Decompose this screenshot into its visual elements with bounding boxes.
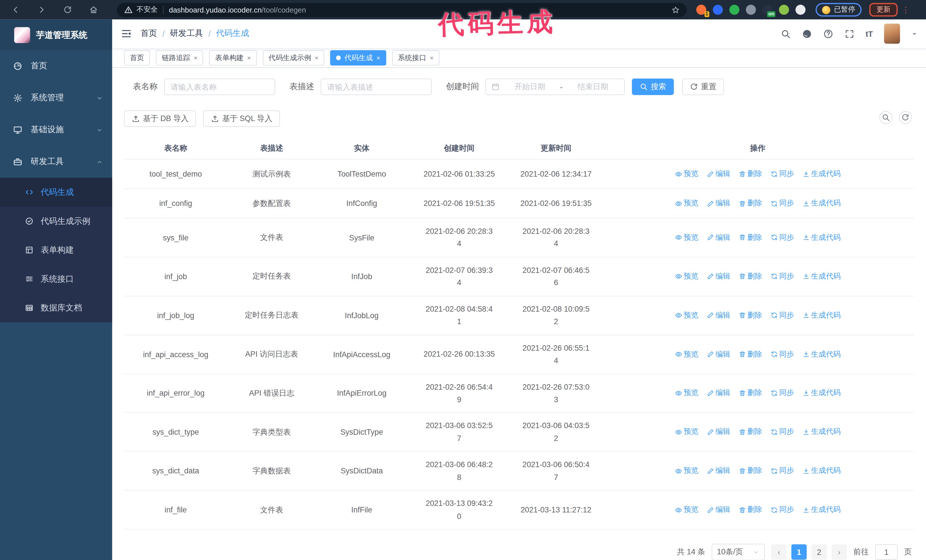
preview-link[interactable]: 预览 (675, 466, 698, 476)
generate-code-link[interactable]: 生成代码 (802, 272, 841, 281)
generate-code-link[interactable]: 生成代码 (802, 505, 841, 515)
puzzle-extension-icon[interactable] (796, 5, 805, 15)
table-desc-input[interactable] (321, 78, 432, 95)
edit-link[interactable]: 编辑 (707, 198, 730, 208)
browser-menu-icon[interactable]: ⋮ (902, 5, 909, 14)
tab-0[interactable]: 首页 (124, 50, 150, 66)
submenu-item-2[interactable]: 表单构建 (0, 235, 112, 265)
submenu-item-0[interactable]: 代码生成 (0, 178, 112, 207)
edit-link[interactable]: 编辑 (707, 427, 730, 437)
prev-page-button[interactable]: ‹ (771, 544, 787, 560)
sidebar-item-1[interactable]: 系统管理 (0, 82, 112, 114)
sync-link[interactable]: 同步 (770, 505, 794, 515)
date-range-picker[interactable]: 开始日期 - 结束日期 (486, 78, 625, 95)
edit-link[interactable]: 编辑 (707, 466, 730, 476)
browser-back-icon[interactable] (9, 4, 21, 15)
tab-4[interactable]: 代码生成× (330, 50, 386, 66)
delete-link[interactable]: 删除 (738, 272, 762, 281)
page-button-1[interactable]: 1 (791, 544, 806, 560)
preview-link[interactable]: 预览 (675, 427, 698, 437)
sync-link[interactable]: 同步 (770, 349, 794, 359)
sidebar-toggle-icon[interactable] (112, 29, 141, 39)
gem-extension-icon[interactable] (713, 5, 723, 15)
delete-link[interactable]: 删除 (738, 198, 762, 208)
delete-link[interactable]: 删除 (738, 233, 762, 243)
edit-link[interactable]: 编辑 (707, 169, 730, 179)
edit-link[interactable]: 编辑 (707, 388, 730, 398)
reset-button[interactable]: 重置 (682, 78, 724, 95)
sync-link[interactable]: 同步 (770, 169, 794, 179)
delete-link[interactable]: 删除 (738, 427, 762, 437)
generate-code-link[interactable]: 生成代码 (802, 311, 841, 320)
edit-link[interactable]: 编辑 (707, 233, 730, 243)
help-icon[interactable] (823, 29, 833, 39)
address-bar[interactable]: 不安全 dashboard.yudao.iocoder.cn/tool/code… (117, 3, 687, 17)
tab-2[interactable]: 表单构建× (209, 50, 257, 66)
sidebar-logo[interactable]: 芋道管理系统 (0, 20, 112, 50)
preview-link[interactable]: 预览 (675, 388, 698, 398)
sidebar-item-0[interactable]: 首页 (0, 50, 112, 82)
generate-code-link[interactable]: 生成代码 (802, 349, 841, 359)
browser-forward-icon[interactable] (35, 4, 47, 15)
preview-link[interactable]: 预览 (675, 349, 698, 359)
search-button[interactable]: 搜索 (632, 78, 674, 95)
submenu-item-4[interactable]: 数据库文档 (0, 293, 112, 323)
generate-code-link[interactable]: 生成代码 (802, 388, 841, 398)
sync-link[interactable]: 同步 (770, 233, 794, 243)
toggle-search-button[interactable] (879, 111, 893, 124)
edit-link[interactable]: 编辑 (707, 272, 730, 281)
preview-link[interactable]: 预览 (675, 311, 698, 320)
grid-extension-icon[interactable] (746, 5, 756, 15)
page-button-2[interactable]: 2 (811, 544, 827, 560)
submenu-item-1[interactable]: 代码生成示例 (0, 207, 112, 235)
tab-1[interactable]: 链路追踪× (156, 50, 203, 66)
tab-3[interactable]: 代码生成示例× (263, 50, 324, 66)
delete-link[interactable]: 删除 (738, 466, 762, 476)
close-icon[interactable]: × (194, 55, 197, 61)
breadcrumb-dev-tools[interactable]: 研发工具 (170, 29, 203, 39)
generate-code-link[interactable]: 生成代码 (802, 427, 841, 437)
github-icon[interactable] (802, 29, 812, 39)
android-extension-icon[interactable] (779, 5, 789, 15)
sync-link[interactable]: 同步 (770, 272, 794, 281)
preview-link[interactable]: 预览 (675, 505, 698, 515)
close-icon[interactable]: × (315, 55, 318, 61)
sidebar-item-3[interactable]: 研发工具 (0, 146, 112, 178)
breadcrumb-home[interactable]: 首页 (141, 29, 157, 39)
delete-link[interactable]: 删除 (738, 505, 762, 515)
close-icon[interactable]: × (247, 55, 251, 61)
delete-link[interactable]: 删除 (738, 311, 762, 320)
preview-link[interactable]: 预览 (675, 272, 698, 281)
dark-on-extension-icon[interactable]: on (763, 5, 772, 15)
generate-code-link[interactable]: 生成代码 (802, 198, 841, 208)
sync-link[interactable]: 同步 (770, 198, 794, 208)
close-icon[interactable]: × (377, 55, 380, 61)
edit-link[interactable]: 编辑 (707, 505, 730, 515)
shield-check-extension-icon[interactable] (729, 5, 739, 15)
delete-link[interactable]: 删除 (738, 349, 762, 359)
edit-link[interactable]: 编辑 (707, 311, 730, 320)
sync-link[interactable]: 同步 (770, 427, 794, 437)
table-name-input[interactable] (164, 78, 275, 95)
font-size-icon[interactable]: tT (865, 29, 873, 38)
preview-link[interactable]: 预览 (675, 233, 698, 243)
delete-link[interactable]: 删除 (738, 169, 762, 179)
generate-code-link[interactable]: 生成代码 (802, 169, 841, 179)
goto-page-input[interactable] (875, 544, 898, 560)
sync-link[interactable]: 同步 (770, 466, 794, 476)
sync-link[interactable]: 同步 (770, 311, 794, 320)
refresh-table-button[interactable] (899, 111, 912, 124)
sidebar-item-2[interactable]: 基础设施 (0, 114, 112, 146)
tab-5[interactable]: 系统接口× (392, 50, 440, 66)
next-page-button[interactable]: › (831, 544, 847, 560)
sync-link[interactable]: 同步 (770, 388, 794, 398)
edit-link[interactable]: 编辑 (707, 349, 730, 359)
close-icon[interactable]: × (430, 55, 433, 61)
paused-extension-badge[interactable]: 已暂停 (816, 3, 862, 17)
user-avatar[interactable] (884, 24, 900, 44)
bookmark-star-icon[interactable] (672, 6, 680, 14)
adblock-extension-icon[interactable]: 1 (696, 5, 706, 15)
delete-link[interactable]: 删除 (738, 388, 762, 398)
submenu-item-3[interactable]: 系统接口 (0, 265, 112, 294)
header-search-icon[interactable] (781, 29, 791, 39)
